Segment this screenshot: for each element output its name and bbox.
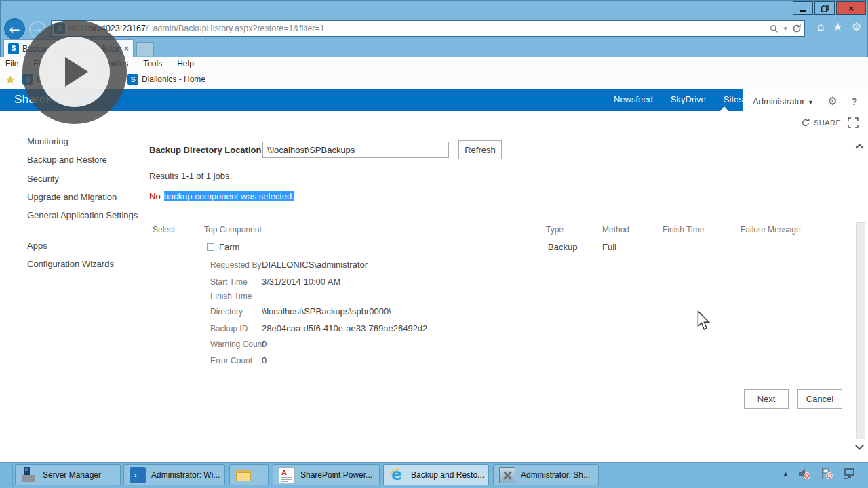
taskbar-item-server-manager[interactable]: Server Manager (15, 464, 121, 485)
user-area: Administrator ▼ ⚙ ? (753, 94, 857, 108)
menu-file[interactable]: File (5, 59, 18, 68)
volume-muted-icon[interactable] (797, 468, 811, 480)
share-button[interactable]: SHARE (801, 118, 841, 127)
sidebar-item-upgrade-migration[interactable]: Upgrade and Migration (27, 191, 142, 203)
results-count-text: Results 1-1 of 1 jobs. (149, 171, 232, 181)
taskbar-item-ie-backup-restore[interactable]: e Backup and Resto... (383, 464, 489, 485)
sidebar-item-general-application-settings[interactable]: General Application Settings (27, 209, 139, 222)
detail-row: Directory\\localhost\SPBackups\spbr0000\ (210, 305, 391, 319)
window-controls: × (791, 1, 866, 15)
next-button[interactable]: Next (744, 389, 789, 409)
document-icon: A (279, 467, 295, 483)
system-tray: ▲ (783, 468, 856, 480)
detail-row: Warning Count0 (210, 338, 267, 351)
powershell-icon: ›_ (130, 467, 146, 483)
detail-row: Backup ID28e04caa-d5f6-410e-ae33-769ae26… (210, 322, 427, 336)
minimize-icon (800, 10, 806, 12)
sidebar-item-apps[interactable]: Apps (27, 240, 142, 252)
refresh-icon[interactable] (792, 24, 802, 33)
col-header-type: Type (546, 225, 564, 235)
settings-gear-icon[interactable]: ⚙ (827, 94, 837, 108)
scroll-up-chevron[interactable] (855, 144, 864, 152)
management-shell-icon (499, 467, 515, 483)
ribbon-row (0, 111, 868, 136)
close-button[interactable]: × (836, 1, 866, 15)
add-favorite-star-icon[interactable]: ★ (5, 73, 15, 86)
selected-text-highlight: backup component was selected. (164, 191, 294, 201)
suite-link-newsfeed[interactable]: Newsfeed (614, 94, 653, 104)
network-icon[interactable] (842, 468, 856, 480)
search-dropdown-caret[interactable]: ▼ (783, 26, 788, 32)
menu-tools[interactable]: Tools (143, 59, 162, 68)
search-icon[interactable] (770, 24, 778, 33)
play-triangle-icon (65, 57, 88, 87)
warning-message: Nobackup component was selected. (149, 191, 294, 201)
browser-toolbar-icons: ⌂ ★ ⚙ (817, 22, 861, 33)
taskbar-separator (12, 464, 13, 487)
focus-mode-icon[interactable] (848, 117, 859, 128)
col-header-top-component: Top Component (204, 225, 262, 235)
row-separator (203, 256, 844, 256)
col-header-method: Method (602, 225, 629, 235)
help-icon[interactable]: ? (851, 96, 857, 107)
close-icon: × (848, 4, 854, 13)
sharepoint-site-icon: S (8, 43, 19, 54)
url-text[interactable]: http://srv4023:23167/_admin/BackupHistor… (68, 24, 770, 33)
back-button[interactable]: ← (4, 18, 25, 39)
server-manager-icon (21, 467, 37, 483)
suite-link-sites[interactable]: Sites (724, 94, 743, 104)
tools-gear-icon[interactable]: ⚙ (852, 22, 861, 33)
col-header-finish-time: Finish Time (663, 225, 704, 235)
suite-links: Newsfeed SkyDrive Sites (614, 94, 743, 104)
restore-icon (821, 5, 829, 12)
row-type-value: Backup (548, 242, 577, 252)
detail-row: Error Count0 (210, 354, 267, 367)
menu-bar: File Edit View Favorites Tools Help (0, 57, 868, 70)
favorites-bar-item[interactable]: SDiallonics - Home (127, 74, 205, 85)
sidebar-item-security[interactable]: Security (27, 173, 142, 185)
tray-expand-arrow-icon[interactable]: ▲ (783, 470, 789, 477)
backup-directory-label: Backup Directory Location: (149, 145, 264, 155)
taskbar-item-file-explorer[interactable] (229, 464, 269, 485)
internet-explorer-icon: e (389, 467, 406, 483)
row-component-name[interactable]: Farm (219, 242, 239, 252)
home-icon[interactable]: ⌂ (817, 22, 824, 33)
tab-close-icon[interactable]: × (124, 44, 129, 54)
favorites-star-icon[interactable]: ★ (833, 22, 842, 33)
sidebar-item-configuration-wizards[interactable]: Configuration Wizards (27, 258, 142, 270)
user-menu[interactable]: Administrator ▼ (753, 95, 814, 107)
address-bar[interactable]: S http://srv4023:23167/_admin/BackupHist… (51, 20, 805, 37)
back-arrow-icon: ← (9, 22, 20, 37)
taskbar-item-management-shell[interactable]: Administrator: Sh... (493, 464, 599, 485)
new-tab-button[interactable] (136, 42, 154, 56)
notifications-flag-icon[interactable] (820, 468, 833, 480)
row-method-value: Full (602, 242, 616, 252)
collapse-row-icon[interactable] (207, 243, 214, 251)
taskbar-item-sharepoint-power[interactable]: A SharePoint Power... (273, 464, 380, 485)
sites-active-notch (720, 106, 728, 111)
detail-row: Start Time3/31/2014 10:00 AM (210, 275, 340, 289)
detail-row: Finish Time (210, 289, 262, 303)
sidebar-item-backup-and-restore[interactable]: Backup and Restore (27, 154, 142, 166)
restore-button[interactable] (814, 1, 835, 15)
col-header-select: Select (153, 225, 175, 235)
menu-help[interactable]: Help (177, 59, 194, 68)
scrollbar-thumb[interactable] (856, 222, 865, 439)
suite-link-skydrive[interactable]: SkyDrive (671, 94, 706, 104)
folder-icon (235, 467, 252, 483)
scroll-down-chevron[interactable] (855, 441, 864, 450)
mouse-cursor (697, 310, 711, 331)
minimize-button[interactable] (793, 1, 813, 15)
col-header-failure-message: Failure Message (741, 225, 801, 235)
backup-directory-input[interactable] (262, 142, 449, 158)
chevron-down-icon: ▼ (808, 99, 814, 106)
refresh-button[interactable]: Refresh (458, 140, 502, 159)
cancel-button[interactable]: Cancel (797, 389, 842, 409)
sidebar-item-monitoring[interactable]: Monitoring (27, 136, 142, 148)
detail-row: Requested ByDIALLONICS\administrator (210, 258, 368, 272)
sharepoint-site-icon: S (127, 74, 138, 85)
sync-share-icon (801, 118, 810, 127)
window-titlebar (0, 0, 868, 18)
taskbar-item-powershell[interactable]: ›_ Administrator: Wi... (123, 464, 225, 485)
